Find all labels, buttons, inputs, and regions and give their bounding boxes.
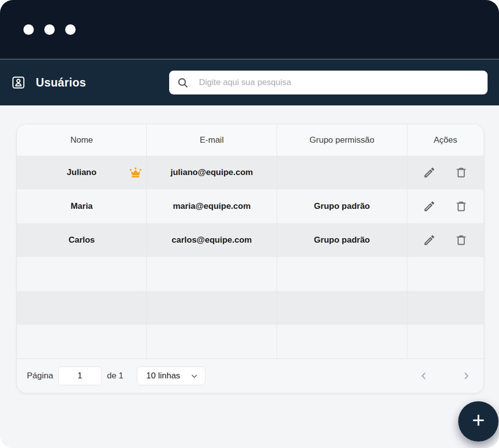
cell-actions (407, 223, 484, 257)
table-row-empty (17, 291, 484, 325)
main-content: Nome E-mail Grupo permissão Ações Julian… (0, 105, 499, 393)
cell-email: carlos@equipe.com (147, 223, 277, 257)
cell-email: maria@equipe.com (147, 189, 277, 223)
search-input[interactable] (198, 77, 480, 88)
cell-email: juliano@equipe.com (147, 156, 277, 189)
chevron-down-icon (191, 372, 198, 380)
edit-user-button[interactable] (423, 200, 436, 213)
pagination-bar: Página de 1 10 linhas (17, 358, 484, 393)
app-window: Usuários Nome E-mail (0, 0, 499, 448)
users-table-card: Nome E-mail Grupo permissão Ações Julian… (16, 124, 484, 393)
cell-actions (407, 156, 484, 189)
table-row-empty (17, 325, 484, 358)
window-dot-3[interactable] (65, 24, 76, 35)
table-row: Carlos carlos@equipe.com Grupo padrão (17, 223, 484, 257)
users-table: Nome E-mail Grupo permissão Ações Julian… (17, 124, 484, 358)
next-page-button[interactable] (461, 370, 472, 381)
page-number-input[interactable] (58, 366, 101, 385)
column-header-email: E-mail (147, 124, 277, 156)
rows-per-page-value: 10 linhas (146, 371, 180, 381)
delete-user-button[interactable] (455, 166, 468, 179)
page-label: Página (27, 371, 53, 381)
search-box (169, 71, 488, 94)
table-row: Juliano juliano@equipe.com (17, 156, 484, 189)
delete-user-button[interactable] (455, 200, 468, 213)
cell-group (277, 156, 407, 189)
edit-user-button[interactable] (423, 166, 436, 179)
previous-page-button[interactable] (418, 370, 429, 381)
admin-crown-icon (129, 166, 142, 179)
user-name: Juliano (67, 168, 97, 177)
delete-user-button[interactable] (455, 234, 468, 247)
edit-user-button[interactable] (423, 234, 436, 247)
page-title: Usuários (36, 76, 86, 90)
search-icon (177, 77, 189, 89)
add-user-button[interactable]: + (458, 401, 499, 442)
cell-group: Grupo padrão (277, 189, 407, 223)
column-header-acoes: Ações (407, 124, 484, 156)
cell-name: Maria (17, 189, 147, 223)
window-dot-1[interactable] (23, 24, 34, 35)
table-row-empty (17, 257, 484, 291)
app-header: Usuários (0, 60, 499, 105)
plus-icon: + (472, 409, 485, 431)
table-header-row: Nome E-mail Grupo permissão Ações (17, 124, 484, 156)
rows-per-page-select[interactable]: 10 linhas (137, 366, 205, 385)
cell-group: Grupo padrão (277, 223, 407, 257)
page-total-label: de 1 (107, 371, 123, 381)
window-dot-2[interactable] (44, 24, 55, 35)
users-badge-icon (11, 76, 25, 90)
cell-name: Juliano (17, 156, 147, 189)
cell-name: Carlos (17, 223, 147, 257)
column-header-nome: Nome (17, 124, 147, 156)
window-titlebar (0, 0, 499, 60)
column-header-grupo: Grupo permissão (277, 124, 407, 156)
table-row: Maria maria@equipe.com Grupo padrão (17, 189, 484, 223)
cell-actions (407, 189, 484, 223)
